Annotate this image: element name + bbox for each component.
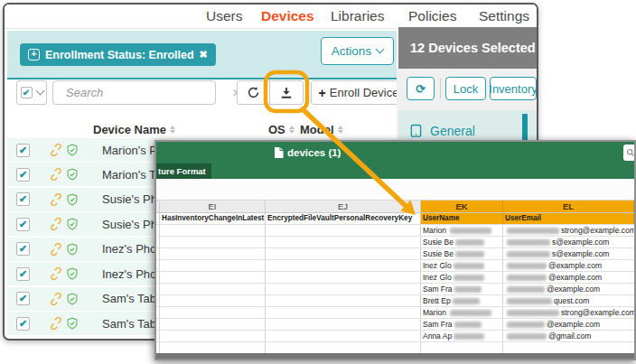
search-input[interactable]	[66, 86, 227, 99]
shield-check-icon	[66, 193, 79, 206]
sort-icon[interactable]	[338, 126, 343, 134]
sheet-row: Anna Ap @gmail.com	[156, 331, 634, 342]
sheet-row: Susie Be s@example.com	[156, 248, 634, 260]
lock-button[interactable]: Lock	[445, 77, 486, 100]
shield-check-icon	[66, 293, 79, 305]
username-cell: Anna Ap	[421, 331, 503, 341]
useremail-cell: strong@example.com	[503, 307, 634, 318]
formula-bar-area	[156, 179, 634, 201]
filter-chip-label: Enrollment Status: Enrolled	[45, 49, 194, 61]
selection-count-label: 12 Devices Selected	[410, 41, 536, 55]
refresh-list-button[interactable]	[237, 80, 270, 105]
screenshot-root: Users Devices Libraries Policies Setting…	[0, 0, 636, 364]
sheet-row: Inez Glo @example.com	[156, 272, 634, 284]
sheet-row: Marion strong@example.com	[156, 307, 634, 319]
column-letter-ej[interactable]: EJ	[266, 201, 421, 212]
device-name: Marion's T	[102, 168, 156, 182]
device-name: Sam's Tab	[102, 292, 156, 305]
spreadsheet-bottom-edge	[156, 353, 634, 359]
shield-check-icon	[66, 267, 79, 280]
link-slash-icon	[50, 144, 62, 156]
useremail-cell: quest.com	[503, 295, 634, 306]
selection-count-header: 12 Devices Selected	[398, 27, 537, 69]
shield-check-icon	[66, 317, 79, 330]
select-all-checkbox[interactable]: ✔	[21, 87, 33, 98]
column-header-os[interactable]: OS	[268, 123, 295, 136]
shield-check-icon	[66, 243, 79, 256]
export-download-button[interactable]	[269, 80, 304, 105]
filter-panel: + Enrollment Status: Enrolled ✖ Actions	[7, 31, 397, 79]
link-slash-icon	[50, 293, 62, 305]
username-cell: Marion	[421, 225, 503, 236]
username-cell: Susie Be	[421, 248, 503, 259]
device-search[interactable]: ✕	[52, 80, 216, 105]
sheet-row: Marion strong@example.com	[156, 225, 634, 237]
column-letter-ei[interactable]: EI	[160, 201, 266, 212]
column-header-device-name[interactable]: Device Name	[93, 123, 175, 136]
row-checkbox[interactable]: ✔	[16, 192, 30, 206]
username-cell: Marion	[421, 307, 503, 318]
field-username: UserName	[421, 213, 503, 224]
ribbon-tab-row: ture Format	[156, 163, 634, 179]
titlebar-search-button[interactable]	[623, 145, 636, 161]
username-cell: Sam Fra	[421, 284, 503, 294]
panel-refresh-button[interactable]: ⟳	[407, 77, 435, 100]
nav-item-users[interactable]: Users	[206, 8, 242, 24]
username-cell: Inez Glo	[421, 272, 503, 283]
search-icon	[626, 148, 635, 157]
nav-item-libraries[interactable]: Libraries	[331, 8, 384, 24]
field-hasinventorychange: HasInventoryChangeInLatest	[160, 213, 266, 224]
username-cell: Brett Ep	[421, 295, 503, 306]
download-icon	[280, 87, 293, 99]
row-checkbox[interactable]: ✔	[16, 242, 30, 256]
device-icon	[409, 124, 423, 138]
row-checkbox[interactable]: ✔	[16, 218, 30, 231]
chevron-down-icon	[376, 45, 385, 54]
sheet-row: Brett Ep quest.com	[156, 295, 634, 307]
link-slash-icon	[50, 218, 62, 230]
row-checkbox[interactable]: ✔	[16, 317, 30, 331]
row-checkbox[interactable]: ✔	[16, 292, 30, 305]
spreadsheet-window: devices (1) ture Format EI EJ EK EL HasI…	[154, 140, 636, 360]
useremail-cell: @gmail.com	[503, 331, 634, 341]
nav-item-policies[interactable]: Policies	[408, 8, 456, 24]
plus-square-icon: +	[28, 49, 40, 61]
useremail-cell: s@example.com	[503, 248, 634, 259]
link-slash-icon	[50, 243, 62, 256]
device-name-header-label: Device Name	[93, 123, 166, 136]
useremail-cell: @example.com	[503, 319, 634, 330]
link-slash-icon	[50, 168, 62, 181]
useremail-cell: s@example.com	[503, 237, 634, 247]
chip-remove-icon[interactable]: ✖	[200, 49, 208, 61]
useremail-cell: @example.com	[503, 272, 634, 283]
username-cell: Susie Be	[421, 237, 503, 247]
inventory-button[interactable]: Inventory	[490, 77, 537, 100]
link-slash-icon	[50, 267, 62, 280]
sort-icon[interactable]	[289, 126, 295, 134]
row-checkbox[interactable]: ✔	[16, 144, 30, 157]
enroll-device-button[interactable]: + Enroll Device	[311, 80, 407, 105]
enrollment-filter-chip[interactable]: + Enrollment Status: Enrolled ✖	[20, 43, 216, 66]
spreadsheet-title: devices (1)	[287, 147, 341, 158]
model-header-label: Model	[300, 123, 334, 136]
row-checkbox[interactable]: ✔	[16, 267, 30, 281]
column-letter-el[interactable]: EL	[503, 201, 634, 212]
ribbon-tab-picture-format[interactable]: ture Format	[156, 163, 211, 179]
refresh-icon	[247, 86, 260, 99]
row-checkbox[interactable]: ✔	[16, 168, 30, 182]
enroll-device-label: Enroll Device	[330, 86, 399, 99]
actions-label: Actions	[332, 44, 371, 58]
nav-item-devices[interactable]: Devices	[261, 8, 314, 24]
field-useremail: UserEmail	[503, 213, 634, 224]
chevron-down-icon	[35, 87, 44, 96]
actions-button[interactable]: Actions	[321, 37, 394, 65]
nav-item-settings[interactable]: Settings	[479, 8, 529, 24]
sort-icon[interactable]	[170, 126, 175, 134]
sheet-row: Sam Fra @example.com	[156, 284, 634, 295]
os-header-label: OS	[268, 123, 285, 136]
select-all-dropdown[interactable]: ✔	[16, 80, 47, 105]
column-letter-ek[interactable]: EK	[421, 201, 503, 212]
device-name: Inez's Pho	[102, 267, 156, 281]
column-header-model[interactable]: Model	[300, 123, 343, 136]
useremail-cell: strong@example.com	[503, 225, 634, 236]
